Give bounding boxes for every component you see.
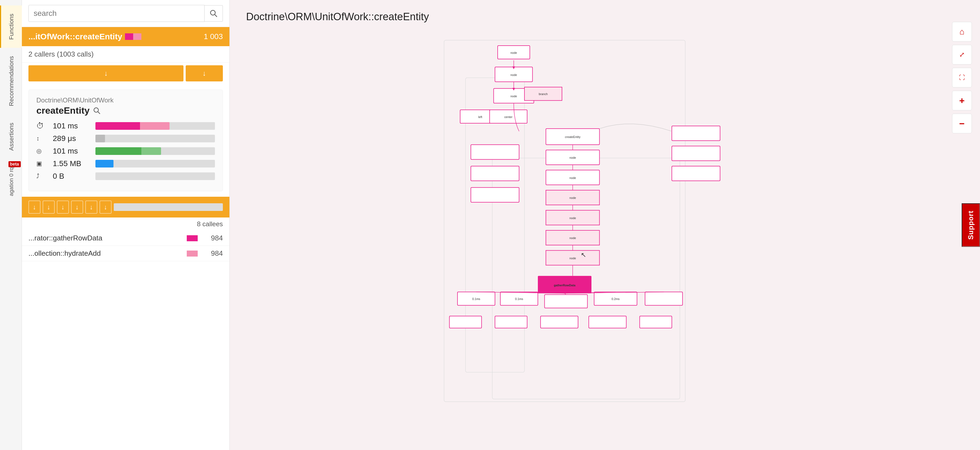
zoom-in-button[interactable]: + [952, 91, 972, 110]
svg-text:0.2ms: 0.2ms [612, 297, 620, 301]
time-icon: ⏱ [37, 121, 48, 130]
caller-expand-button[interactable]: ↓ [29, 65, 183, 81]
callee-color-1 [187, 235, 198, 241]
sidebar-item-assertions[interactable]: Assertions [0, 114, 22, 159]
callee-count-2: 984 [201, 249, 223, 258]
metric-self: ◎ 101 ms [37, 147, 215, 155]
callee-btn-6[interactable]: ↓ [100, 201, 111, 214]
sidebar-tabs: Functions Recommendations Assertions bet… [0, 0, 22, 450]
svg-rect-45 [471, 187, 519, 202]
metric-alloc: ⤴ 0 B [37, 172, 215, 181]
function-color-bar [125, 33, 142, 40]
memory-bar [95, 160, 215, 168]
search-button[interactable] [205, 5, 223, 22]
callers-label: 2 callers (1003 calls) [22, 46, 229, 63]
main-canvas: Doctrine\ORM\UnitOfWork::createEntity no… [230, 0, 980, 450]
flow-diagram[interactable]: node node node branch left center create… [230, 0, 980, 450]
svg-rect-60 [672, 146, 720, 161]
svg-line-1 [215, 14, 217, 17]
svg-text:createEntity: createEntity [565, 135, 581, 138]
function-namespace: Doctrine\ORM\UnitOfWork [37, 97, 215, 104]
callee-btn-5[interactable]: ↓ [85, 201, 97, 214]
svg-rect-43 [471, 145, 519, 160]
self-value: 101 ms [53, 147, 91, 155]
support-button[interactable]: Support [962, 203, 980, 247]
canvas-title: Doctrine\ORM\UnitOfWork::createEntity [246, 11, 429, 23]
svg-text:node: node [511, 51, 517, 54]
sidebar-item-functions[interactable]: Functions [0, 5, 22, 48]
fit-button[interactable]: ⛶ [952, 68, 972, 87]
svg-text:gatherRowData: gatherRowData [554, 284, 576, 287]
svg-point-0 [210, 10, 215, 15]
callee-count-1: 984 [201, 234, 223, 242]
search-input[interactable] [29, 5, 205, 22]
caller-arrow-buttons: ↓ ↓ [22, 63, 229, 84]
alloc-icon: ⤴ [37, 173, 48, 180]
expand-button[interactable]: ⤢ [952, 45, 972, 65]
io-value: 289 μs [53, 134, 91, 143]
beta-badge: beta [8, 161, 21, 167]
metric-memory: ▣ 1.55 MB [37, 159, 215, 168]
self-icon: ◎ [37, 147, 48, 155]
functions-tab-label: Functions [8, 14, 15, 40]
svg-rect-66 [640, 316, 672, 328]
callee-btn-1[interactable]: ↓ [29, 201, 40, 214]
callee-btn-4[interactable]: ↓ [71, 201, 83, 214]
callee-slider[interactable] [114, 203, 223, 211]
callees-count: 8 callees [22, 217, 229, 231]
metric-io: ↕ 289 μs [37, 134, 215, 143]
svg-rect-62 [450, 316, 482, 328]
memory-value: 1.55 MB [53, 159, 91, 168]
svg-text:node: node [569, 257, 576, 260]
svg-text:node: node [511, 73, 517, 76]
callee-btn-2[interactable]: ↓ [43, 201, 55, 214]
svg-rect-51 [545, 295, 588, 308]
svg-text:node: node [569, 216, 576, 220]
svg-line-3 [98, 112, 100, 114]
svg-text:node: node [569, 196, 576, 200]
io-bar [95, 135, 215, 143]
active-function-count: 1 003 [204, 32, 223, 41]
svg-text:0.1ms: 0.1ms [472, 297, 480, 301]
recommendations-tab-label: Recommendations [8, 56, 15, 106]
memory-icon: ▣ [37, 160, 48, 167]
alloc-bar [95, 173, 215, 180]
sidebar-item-recommendations[interactable]: Recommendations [0, 48, 22, 114]
home-button[interactable]: ⌂ [952, 22, 972, 41]
active-function-name: ...itOfWork::createEntity [29, 32, 142, 41]
caller-expand-small-button[interactable]: ↓ [186, 65, 223, 81]
svg-point-2 [94, 108, 98, 112]
callee-name-2: ...ollection::hydrateAdd [29, 249, 183, 258]
svg-rect-64 [541, 316, 578, 328]
function-method: createEntity [37, 105, 215, 116]
svg-text:node: node [511, 95, 517, 98]
svg-text:↖: ↖ [581, 251, 586, 258]
callee-row-2[interactable]: ...ollection::hydrateAdd 984 [22, 246, 229, 261]
canvas-controls: ⌂ ⤢ ⛶ + − [952, 22, 972, 133]
search-bar [22, 0, 229, 27]
time-bar [95, 122, 215, 130]
sidebar-item-aggregation[interactable]: beta agation 0 rq [0, 159, 22, 204]
zoom-out-button[interactable]: − [952, 114, 972, 133]
function-details-card: Doctrine\ORM\UnitOfWork createEntity ⏱ 1… [29, 90, 223, 191]
active-function-row[interactable]: ...itOfWork::createEntity 1 003 [22, 27, 229, 46]
svg-rect-44 [471, 166, 519, 181]
svg-rect-53 [645, 292, 682, 306]
svg-rect-59 [672, 126, 720, 141]
svg-text:center: center [504, 115, 512, 119]
method-search-icon[interactable] [93, 107, 100, 114]
callee-row-1[interactable]: ...rator::gatherRowData 984 [22, 231, 229, 246]
callee-name-1: ...rator::gatherRowData [29, 234, 183, 242]
callee-color-2 [187, 250, 198, 257]
alloc-value: 0 B [53, 172, 91, 181]
callees-header: ↓ ↓ ↓ ↓ ↓ ↓ [22, 197, 229, 217]
svg-text:node: node [569, 236, 576, 239]
svg-text:node: node [569, 176, 576, 179]
svg-text:0.1ms: 0.1ms [515, 297, 523, 301]
callee-btn-3[interactable]: ↓ [57, 201, 69, 214]
svg-rect-61 [672, 166, 720, 181]
metric-time: ⏱ 101 ms [37, 121, 215, 130]
self-bar [95, 147, 215, 155]
svg-text:left: left [478, 115, 482, 119]
aggregation-tab-label: agation 0 rq [8, 167, 14, 196]
